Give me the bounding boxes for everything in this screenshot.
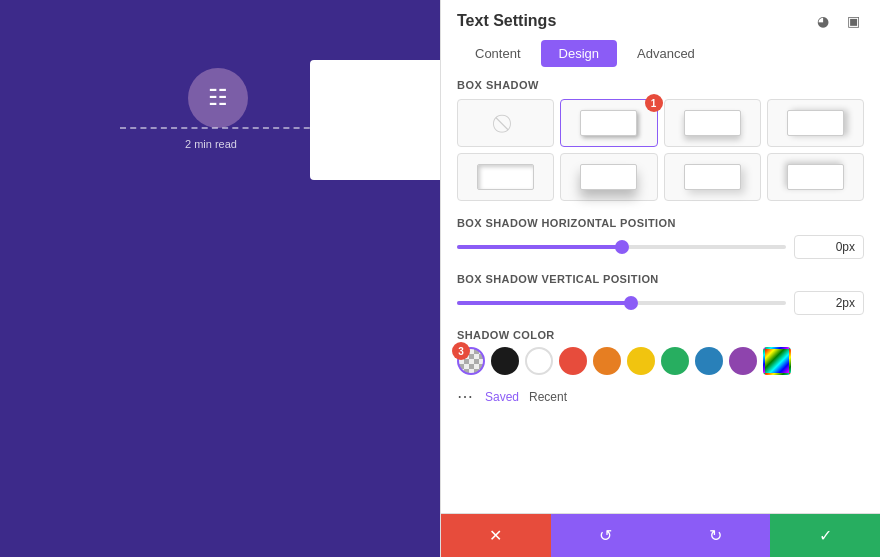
slider-value-vertical[interactable]: [794, 291, 864, 315]
swatch-picker[interactable]: [763, 347, 791, 375]
layout-icon[interactable]: ▣: [842, 10, 864, 32]
canvas-background: ☷ 2 min read 02 April: [0, 0, 440, 557]
sliders-container: Box Shadow Horizontal PositionBox Shadow…: [457, 217, 864, 315]
slider-label-vertical: Box Shadow Vertical Position: [457, 273, 864, 285]
header-icons: ◕ ▣: [812, 10, 864, 32]
preset-inner: [684, 164, 741, 189]
slider-fill-vertical: [457, 301, 631, 305]
confirm-button[interactable]: ✓: [770, 514, 880, 557]
shadow-preset-6[interactable]: [664, 153, 761, 201]
dots-menu[interactable]: ⋯: [457, 387, 475, 406]
swatch-blue[interactable]: [695, 347, 723, 375]
swatch-purple[interactable]: [729, 347, 757, 375]
shadow-presets-grid: ⃠ 1: [457, 99, 864, 201]
settings-panel: Text Settings ◕ ▣ Content Design Advance…: [440, 0, 880, 557]
color-swatches: 3: [457, 347, 864, 375]
shadow-preset-7[interactable]: [767, 153, 864, 201]
panel-footer: ✕ ↺ ↻ ✓: [441, 513, 880, 557]
swatch-green[interactable]: [661, 347, 689, 375]
slider-control-vertical: [457, 291, 864, 315]
box-shadow-label: Box Shadow: [457, 79, 864, 91]
swatch-checkered[interactable]: 3: [457, 347, 485, 375]
slider-track-horizontal[interactable]: [457, 245, 786, 249]
preset-inner: [580, 110, 637, 135]
tab-advanced[interactable]: Advanced: [619, 40, 713, 67]
swatch-red[interactable]: [559, 347, 587, 375]
shadow-preset-5[interactable]: [560, 153, 657, 201]
slider-value-horizontal[interactable]: [794, 235, 864, 259]
tab-content[interactable]: Content: [457, 40, 539, 67]
slider-control-horizontal: [457, 235, 864, 259]
preset-inner: [684, 110, 741, 135]
slider-row-horizontal: Box Shadow Horizontal Position: [457, 217, 864, 259]
swatch-orange[interactable]: [593, 347, 621, 375]
cancel-button[interactable]: ✕: [441, 514, 551, 557]
dashed-divider: [120, 127, 320, 129]
tab-bar: Content Design Advanced: [441, 32, 880, 67]
saved-recent-row: ⋯ Saved Recent: [457, 385, 864, 412]
swatch-white[interactable]: [525, 347, 553, 375]
panel-header: Text Settings ◕ ▣: [441, 0, 880, 32]
shadow-preset-1[interactable]: 1: [560, 99, 657, 147]
slider-thumb-horizontal[interactable]: [615, 240, 629, 254]
preset-inner: [477, 164, 534, 189]
slider-fill-horizontal: [457, 245, 622, 249]
shadow-preset-3[interactable]: [767, 99, 864, 147]
slider-track-vertical[interactable]: [457, 301, 786, 305]
shadow-preset-4[interactable]: [457, 153, 554, 201]
swatch-yellow[interactable]: [627, 347, 655, 375]
article-icon: ☷: [188, 68, 248, 128]
reset-button[interactable]: ↺: [551, 514, 661, 557]
slider-row-vertical: Box Shadow Vertical Position: [457, 273, 864, 315]
settings-icon[interactable]: ◕: [812, 10, 834, 32]
slider-thumb-vertical[interactable]: [624, 296, 638, 310]
preset-inner: [787, 110, 844, 135]
shadow-color-label: Shadow Color: [457, 329, 864, 341]
preset-inner: [787, 164, 844, 189]
recent-link[interactable]: Recent: [529, 390, 567, 404]
shadow-preset-none[interactable]: ⃠: [457, 99, 554, 147]
preset-inner: [580, 164, 637, 189]
tab-design[interactable]: Design: [541, 40, 617, 67]
panel-content: Box Shadow ⃠ 1: [441, 67, 880, 513]
min-read-label: 2 min read: [185, 138, 237, 150]
badge-3: 3: [452, 342, 470, 360]
slider-label-horizontal: Box Shadow Horizontal Position: [457, 217, 864, 229]
swatch-black[interactable]: [491, 347, 519, 375]
panel-title: Text Settings: [457, 12, 556, 30]
badge-1: 1: [645, 94, 663, 112]
undo-button[interactable]: ↻: [661, 514, 771, 557]
card-preview: 02 April: [310, 60, 460, 180]
shadow-preset-2[interactable]: [664, 99, 761, 147]
saved-link[interactable]: Saved: [485, 390, 519, 404]
shadow-color-section: Shadow Color 3: [457, 329, 864, 375]
